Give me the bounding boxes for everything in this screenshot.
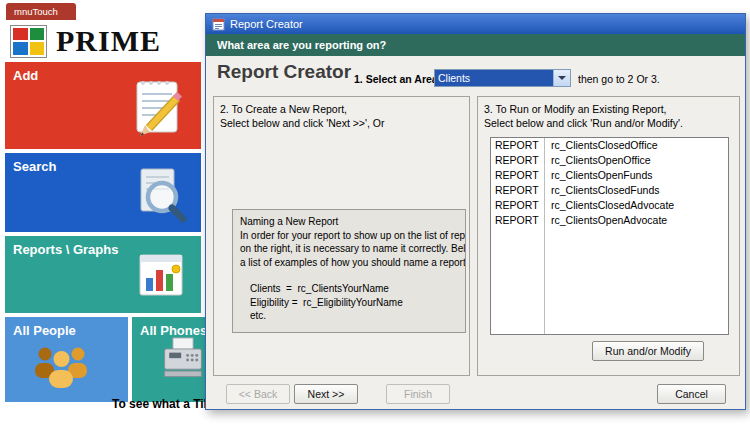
prime-logo-icon [10,25,47,58]
step3-line2: Select below and click 'Run and/or Modif… [484,116,739,130]
fax-icon [160,333,206,387]
note-example: etc. [250,309,461,323]
screen: mnuTouch PRIME Add Search [0,0,750,426]
tile-all-people-label: All People [13,323,76,338]
note-title: Naming a New Report [240,215,461,229]
cancel-button[interactable]: Cancel [657,384,726,404]
finish-button[interactable]: Finish [386,384,450,404]
brand-header: PRIME [10,22,161,60]
tile-add[interactable]: Add [5,62,201,149]
run-modify-button[interactable]: Run and/or Modify [592,341,704,361]
report-list[interactable]: REPORT rc_ClientsClosedOffice REPORT rc_… [490,137,729,335]
step2-line1: 2. To Create a New Report, [220,102,469,116]
tile-hint-text: To see what a Tile [112,397,214,411]
run-modify-section: 3. To Run or Modify an Existing Report, … [477,96,740,376]
list-column-divider [544,138,545,334]
list-item[interactable]: REPORT rc_ClientsOpenAdvocate [491,213,728,228]
step2-line2: Select below and click 'Next >>', Or [220,116,469,130]
search-icon [133,165,191,225]
tile-reports-label: Reports \ Graphs [13,242,118,257]
tile-reports-graphs[interactable]: Reports \ Graphs [5,236,201,313]
tile-add-label: Add [13,68,38,83]
tile-search[interactable]: Search [5,153,201,232]
note-example: Clients = rc_ClientsYourName [250,282,461,296]
report-icon [212,18,225,31]
note-line: a list of examples of how you should nam… [240,256,461,270]
report-creator-dialog: Report Creator What area are you reporti… [205,13,746,410]
dialog-titlebar[interactable]: Report Creator [206,14,745,34]
select-area-label: 1. Select an Area: [354,73,441,85]
people-icon [31,339,93,395]
mnutouch-tab[interactable]: mnuTouch [6,3,76,20]
page-title: Report Creator [217,61,351,83]
then-go-label: then go to 2 Or 3. [578,73,660,85]
note-line: In order for your report to show up on t… [240,229,461,243]
step3-line1: 3. To Run or Modify an Existing Report, [484,102,739,116]
note-example: Eligibility = rc_EligibilityYourName [250,296,461,310]
chevron-down-icon[interactable] [553,70,570,86]
dialog-title: Report Creator [230,18,303,30]
notepad-icon [127,72,189,140]
next-button[interactable]: Next >> [294,384,358,404]
naming-note-box: Naming a New Report In order for your re… [232,209,466,333]
area-combobox[interactable]: Clients [434,69,571,87]
tile-all-people[interactable]: All People [5,317,128,402]
list-item[interactable]: REPORT rc_ClientsOpenOffice [491,153,728,168]
create-report-section: 2. To Create a New Report, Select below … [213,96,470,376]
list-item[interactable]: REPORT rc_ClientsClosedOffice [491,138,728,153]
list-item[interactable]: REPORT rc_ClientsOpenFunds [491,168,728,183]
tile-search-label: Search [13,159,56,174]
list-item[interactable]: REPORT rc_ClientsClosedFunds [491,183,728,198]
brand-title: PRIME [56,24,161,58]
question-banner: What area are you reporting on? [206,34,745,56]
list-item[interactable]: REPORT rc_ClientsClosedAdvocate [491,198,728,213]
area-selected-value: Clients [435,70,553,86]
back-button[interactable]: << Back [226,384,290,404]
note-line: on the right, it is necessary to name it… [240,242,461,256]
bar-chart-icon [135,250,187,300]
